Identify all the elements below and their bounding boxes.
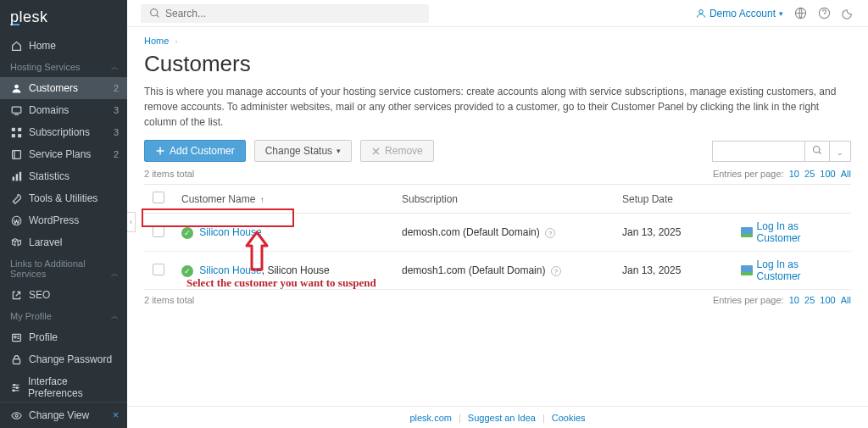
- nav-laravel-label: Laravel: [29, 236, 62, 248]
- remove-button[interactable]: Remove: [360, 140, 434, 162]
- chevron-up-icon: ︿: [111, 311, 119, 322]
- entries-25[interactable]: 25: [804, 169, 815, 179]
- select-all-checkbox[interactable]: [153, 192, 164, 203]
- breadcrumb-home[interactable]: Home: [144, 36, 169, 46]
- chevron-down-icon: ▾: [779, 9, 783, 18]
- theme-toggle-icon[interactable]: [841, 7, 854, 19]
- footer: plesk.com | Suggest an Idea | Cookies: [127, 406, 868, 428]
- nav-customers-badge: 2: [114, 83, 119, 93]
- monitor-icon: [741, 265, 753, 275]
- nav-profile-label: Profile: [29, 331, 58, 343]
- svg-rect-9: [19, 171, 20, 181]
- svg-point-14: [14, 384, 15, 386]
- nav-domains-badge: 3: [114, 105, 119, 115]
- footer-suggest-link[interactable]: Suggest an Idea: [468, 413, 536, 423]
- nav-subscriptions-label: Subscriptions: [29, 126, 90, 138]
- nav-section-profile[interactable]: My Profile ︿: [0, 306, 127, 326]
- nav-statistics[interactable]: Statistics: [0, 165, 127, 187]
- svg-point-24: [814, 146, 821, 153]
- entries-all[interactable]: All: [841, 169, 851, 179]
- nav-domains-label: Domains: [29, 104, 69, 116]
- customer-extra: , Silicon House: [262, 264, 330, 276]
- table-filter-toggle[interactable]: ⌄: [830, 141, 851, 162]
- account-menu[interactable]: Demo Account ▾: [696, 8, 783, 19]
- footer-cookies-link[interactable]: Cookies: [552, 413, 586, 423]
- nav-change-view[interactable]: Change View ×: [0, 402, 127, 428]
- table-search-input[interactable]: [712, 141, 805, 162]
- logo: plesk: [0, 0, 127, 35]
- help-icon[interactable]: [817, 7, 831, 19]
- items-total-bottom: 2 items total: [144, 295, 194, 305]
- change-status-button[interactable]: Change Status ▾: [254, 140, 352, 162]
- entries-100[interactable]: 100: [820, 169, 835, 179]
- entries-10[interactable]: 10: [789, 295, 799, 305]
- nav-customers[interactable]: Customers 2: [0, 77, 127, 99]
- svg-rect-6: [12, 150, 20, 158]
- topbar: Demo Account ▾: [127, 0, 868, 27]
- laravel-icon: [10, 236, 22, 248]
- col-customer-name[interactable]: Customer Name ↑: [173, 185, 393, 214]
- entries-all[interactable]: All: [841, 295, 851, 305]
- close-icon[interactable]: ×: [113, 409, 119, 421]
- svg-rect-2: [11, 127, 14, 131]
- svg-rect-7: [12, 176, 14, 181]
- nav-interface-prefs[interactable]: Interface Preferences: [0, 370, 127, 404]
- entries-10[interactable]: 10: [789, 169, 799, 179]
- row-checkbox[interactable]: [153, 225, 164, 237]
- svg-point-17: [14, 414, 17, 416]
- entries-25[interactable]: 25: [804, 295, 815, 305]
- nav-home[interactable]: Home: [0, 35, 127, 57]
- login-as-customer-link[interactable]: Log In as Customer: [741, 220, 843, 244]
- nav-tools[interactable]: Tools & Utilities: [0, 187, 127, 209]
- screen-icon: [10, 104, 22, 116]
- col-setup-date[interactable]: Setup Date: [614, 185, 732, 214]
- footer-plesk-link[interactable]: plesk.com: [409, 413, 452, 423]
- chevron-up-icon: ︿: [111, 62, 119, 73]
- help-hint-icon[interactable]: ?: [551, 266, 561, 276]
- svg-point-15: [16, 386, 18, 388]
- grid-icon: [10, 126, 22, 138]
- eye-icon: [10, 409, 22, 421]
- svg-point-19: [699, 9, 704, 14]
- nav-home-label: Home: [29, 40, 56, 52]
- nav-laravel[interactable]: Laravel: [0, 231, 127, 253]
- x-icon: [371, 147, 381, 156]
- nav-domains[interactable]: Domains 3: [0, 99, 127, 121]
- id-icon: [10, 331, 22, 343]
- nav-change-password[interactable]: Change Password: [0, 348, 127, 370]
- nav-interface-prefs-label: Interface Preferences: [28, 375, 117, 399]
- customer-name-link[interactable]: Silicon House: [199, 226, 261, 238]
- nav-seo[interactable]: SEO: [0, 284, 127, 306]
- nav-change-password-label: Change Password: [29, 353, 112, 365]
- nav-subscriptions[interactable]: Subscriptions 3: [0, 121, 127, 143]
- setup-date: Jan 13, 2025: [614, 214, 732, 252]
- global-search-input[interactable]: [165, 8, 420, 19]
- nav-service-plans[interactable]: Service Plans 2: [0, 143, 127, 165]
- user-icon: [696, 8, 706, 19]
- nav-section-hosting[interactable]: Hosting Services ︿: [0, 57, 127, 77]
- main: Demo Account ▾ Home › Customers This is …: [127, 0, 868, 428]
- nav-wordpress[interactable]: WordPress: [0, 209, 127, 231]
- sidebar-collapse-toggle[interactable]: ‹: [127, 212, 136, 232]
- nav-wordpress-label: WordPress: [29, 214, 79, 226]
- col-subscription[interactable]: Subscription: [393, 185, 614, 214]
- svg-rect-13: [13, 359, 19, 364]
- svg-rect-1: [12, 107, 21, 113]
- globe-icon[interactable]: [793, 7, 807, 19]
- login-as-customer-link[interactable]: Log In as Customer: [741, 258, 843, 282]
- entries-100[interactable]: 100: [820, 295, 835, 305]
- customer-name-link[interactable]: Silicon House: [199, 264, 261, 276]
- add-customer-button[interactable]: Add Customer: [144, 140, 246, 162]
- nav-section-links[interactable]: Links to Additional Services ︿: [0, 253, 127, 284]
- help-hint-icon[interactable]: ?: [545, 228, 555, 238]
- nav-profile[interactable]: Profile: [0, 326, 127, 348]
- table-search-button[interactable]: [805, 141, 830, 162]
- lock-icon: [10, 353, 22, 365]
- global-search[interactable]: [141, 4, 429, 23]
- svg-rect-23: [157, 150, 164, 152]
- wrench-icon: [10, 192, 22, 204]
- row-checkbox[interactable]: [153, 264, 164, 275]
- user-icon: [10, 82, 22, 94]
- svg-point-0: [14, 84, 19, 88]
- subscription-text: demosh.com (Default Domain): [402, 226, 540, 238]
